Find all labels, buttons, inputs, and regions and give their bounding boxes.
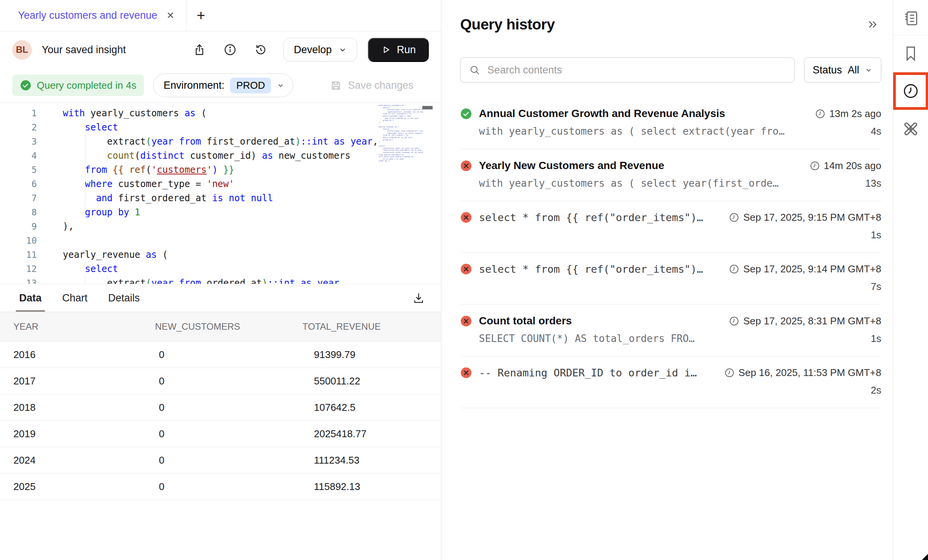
info-icon[interactable]: [224, 43, 237, 56]
table-row[interactable]: 20250115892.13: [0, 474, 441, 500]
table-cell: 2017: [0, 375, 142, 387]
chevron-down-icon: [338, 46, 347, 54]
sql-editor[interactable]: 1with yearly_customers as (2 select3 ext…: [0, 103, 441, 284]
table-row[interactable]: 2016091399.79: [0, 342, 441, 368]
code-text: where customer_type = 'new': [63, 179, 234, 189]
query-duration: 1s: [871, 229, 881, 241]
run-label: Run: [397, 44, 416, 56]
collapse-panel-icon[interactable]: [867, 19, 878, 30]
save-changes-label: Save changes: [348, 80, 413, 91]
toolbar-icons: [193, 43, 267, 56]
table-cell: 0: [142, 454, 289, 466]
tab-data[interactable]: Data: [19, 284, 42, 312]
version-history-icon[interactable]: [254, 43, 267, 56]
query-snippet: with yearly_customers as ( select year(f…: [479, 177, 865, 189]
error-icon: [460, 212, 472, 223]
code-line: 7 and first_ordered_at is not null: [0, 191, 441, 205]
code-line: 3 extract(year from first_ordered_at)::i…: [0, 134, 441, 148]
table-row[interactable]: 20180107642.5: [0, 394, 441, 421]
code-text: ),: [63, 221, 74, 232]
table-cell: 111234.53: [289, 454, 441, 466]
query-history-list: Annual Customer Growth and Revenue Analy…: [460, 97, 881, 408]
play-icon: [381, 45, 391, 55]
code-text: select: [63, 264, 118, 274]
environment-label: Environment:: [163, 80, 224, 91]
tab-chart[interactable]: Chart: [62, 284, 88, 312]
query-status-badge: Query completed in 4s: [12, 75, 144, 96]
table-cell: 2016: [0, 349, 142, 361]
table-cell: 550011.22: [289, 375, 441, 387]
save-icon: [330, 80, 342, 91]
timestamp-text: Sep 16, 2025, 11:53 PM GMT+8: [738, 367, 881, 379]
query-history-filters: Status All: [460, 57, 881, 83]
timestamp-text: Sep 17, 2025, 9:14 PM GMT+8: [743, 263, 881, 275]
develop-dropdown[interactable]: Develop: [283, 38, 357, 62]
table-cell: 2019: [0, 428, 142, 440]
status-filter-dropdown[interactable]: Status All: [804, 57, 881, 83]
table-row[interactable]: 201902025418.77: [0, 421, 441, 447]
code-line: 5 from {{ ref('customers') }}: [0, 163, 441, 177]
indent-guide: [85, 262, 85, 284]
column-header: TOTAL_REVENUE: [289, 321, 441, 332]
code-line: 13 extract(year from ordered_at)::int as…: [0, 276, 441, 284]
code-line: 8 group by 1: [0, 205, 441, 219]
query-title: Annual Customer Growth and Revenue Analy…: [479, 107, 808, 120]
line-number: 11: [0, 250, 37, 260]
search-input[interactable]: [487, 64, 786, 76]
query-timestamp: Sep 17, 2025, 8:31 PM GMT+8: [729, 315, 881, 327]
query-duration: 13s: [865, 177, 881, 189]
results-table-body: 2016091399.7920170550011.2220180107642.5…: [0, 342, 441, 500]
search-box[interactable]: [460, 57, 795, 83]
develop-label: Develop: [294, 44, 332, 56]
query-history-item[interactable]: select * from {{ ref("order_items")…Sep …: [460, 253, 881, 304]
error-icon: [460, 367, 472, 379]
code-text: extract(year from first_ordered_at)::int…: [63, 136, 378, 147]
query-title: Yearly New Customers and Revenue: [479, 160, 803, 172]
table-cell: 91399.79: [289, 349, 441, 361]
download-icon[interactable]: [412, 292, 425, 304]
saved-insight-label: Your saved insight: [42, 44, 126, 56]
resize-corner-mark: [922, 554, 928, 560]
table-row[interactable]: 20240111234.53: [0, 447, 441, 474]
code-line: 1with yearly_customers as (: [0, 106, 441, 120]
query-status-row: Query completed in 4s Environment: PROD …: [0, 68, 441, 103]
query-snippet: SELECT COUNT(*) AS total_orders FRO…: [479, 333, 871, 344]
query-history-item[interactable]: select * from {{ ref("order_items")…Sep …: [460, 201, 881, 253]
tab-yearly-customers[interactable]: Yearly customers and revenue ✕: [0, 0, 186, 31]
query-history-item[interactable]: Annual Customer Growth and Revenue Analy…: [460, 97, 881, 149]
timestamp-text: 13m 2s ago: [829, 108, 881, 120]
minimap-scrollbar-thumb[interactable]: [422, 106, 433, 109]
panel-title: Query history: [460, 16, 555, 33]
code-line: 6 where customer_type = 'new': [0, 177, 441, 191]
table-cell: 0: [142, 481, 289, 493]
environment-selector[interactable]: Environment: PROD: [153, 73, 293, 97]
code-line: 4 count(distinct customer_id) as new_cus…: [0, 148, 441, 163]
environment-value: PROD: [230, 78, 271, 93]
query-history-sidebar-button-highlighted[interactable]: [893, 72, 928, 110]
orchestration-icon[interactable]: [901, 119, 921, 139]
close-tab-icon[interactable]: ✕: [167, 11, 175, 20]
code-line: 9),: [0, 219, 441, 233]
new-tab-button[interactable]: +: [197, 7, 205, 24]
line-number: 8: [0, 207, 37, 217]
save-changes-button[interactable]: Save changes: [330, 80, 413, 91]
share-icon[interactable]: [193, 43, 206, 56]
query-history-item[interactable]: Count total ordersSep 17, 2025, 8:31 PM …: [460, 304, 881, 357]
query-title: Count total orders: [479, 315, 722, 327]
code-text: select: [63, 122, 118, 133]
tab-details[interactable]: Details: [108, 284, 140, 312]
editor-minimap[interactable]: with yearly_customers as ( select extrac…: [379, 104, 423, 281]
table-row[interactable]: 20170550011.22: [0, 368, 441, 394]
results-tab-bar: Data Chart Details: [0, 284, 441, 312]
sidebar-divider: [893, 35, 928, 35]
run-button[interactable]: Run: [368, 38, 429, 62]
status-filter-value: All: [848, 64, 859, 76]
bookmark-icon[interactable]: [902, 44, 920, 62]
notebook-icon[interactable]: [902, 9, 920, 27]
query-history-item[interactable]: Yearly New Customers and Revenue14m 20s …: [460, 149, 881, 201]
query-status-text: Query completed in 4s: [37, 80, 136, 91]
query-history-item[interactable]: -- Renaming ORDER_ID to order_id i…Sep 1…: [460, 357, 881, 408]
table-cell: 115892.13: [289, 481, 441, 493]
timestamp-text: Sep 17, 2025, 9:15 PM GMT+8: [743, 212, 881, 223]
error-icon: [460, 315, 472, 327]
